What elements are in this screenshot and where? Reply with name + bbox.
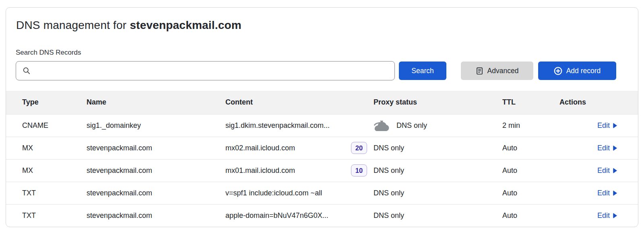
record-name: stevenpackmail.com <box>87 211 152 219</box>
record-ttl-cell: 2 min <box>502 114 559 137</box>
record-content: v=spf1 include:icloud.com ~all <box>225 189 322 197</box>
edit-link[interactable]: Edit <box>597 166 617 175</box>
record-content: sig1.dkim.stevenpackmail.com... <box>225 121 330 130</box>
record-content-cell: apple-domain=bNuV47n6G0X... <box>225 204 374 227</box>
page-title-prefix: DNS management for <box>16 19 130 31</box>
record-ttl-cell: Auto <box>502 137 559 159</box>
right-triangle-icon <box>613 191 617 196</box>
zone-domain-name: stevenpackmail.com <box>130 19 242 31</box>
edit-link-label: Edit <box>597 144 610 152</box>
search-button-label: Search <box>411 67 433 75</box>
search-icon <box>23 67 31 75</box>
column-header-actions: Actions <box>559 91 638 114</box>
edit-link[interactable]: Edit <box>597 211 617 220</box>
record-type-cell: MX <box>6 159 87 182</box>
record-content: apple-domain=bNuV47n6G0X... <box>225 211 328 220</box>
edit-link-label: Edit <box>597 166 610 175</box>
proxy-status-text: DNS only <box>374 211 404 220</box>
priority-badge: 20 <box>351 142 367 154</box>
search-button[interactable]: Search <box>399 62 446 80</box>
record-name-cell: stevenpackmail.com <box>87 137 225 159</box>
proxy-status-text: DNS only <box>396 121 427 130</box>
record-name: stevenpackmail.com <box>87 144 152 152</box>
record-type-cell: TXT <box>6 182 87 204</box>
edit-link[interactable]: Edit <box>597 189 617 197</box>
add-record-button-label: Add record <box>566 67 601 75</box>
edit-link-label: Edit <box>597 211 610 220</box>
record-type: CNAME <box>22 121 48 129</box>
record-actions-cell: Edit <box>559 114 638 137</box>
record-proxy-cell: DNS only <box>374 137 502 159</box>
record-proxy-cell: DNS only <box>374 114 502 137</box>
record-name: sig1._domainkey <box>87 121 141 129</box>
record-type-cell: TXT <box>6 204 87 227</box>
record-name: stevenpackmail.com <box>87 189 152 197</box>
edit-link[interactable]: Edit <box>597 144 617 152</box>
record-type: MX <box>22 144 33 152</box>
proxy-status-text: DNS only <box>374 166 404 175</box>
table-row: MX stevenpackmail.com mx01.mail.icloud.c… <box>6 159 638 182</box>
record-actions-cell: Edit <box>559 182 638 204</box>
record-name-cell: stevenpackmail.com <box>87 204 225 227</box>
record-ttl: Auto <box>502 211 517 219</box>
record-name-cell: stevenpackmail.com <box>87 182 225 204</box>
edit-link[interactable]: Edit <box>597 121 617 130</box>
record-ttl: Auto <box>502 166 517 174</box>
card-header: DNS management for stevenpackmail.com Se… <box>6 8 638 80</box>
record-type: TXT <box>22 211 36 219</box>
record-content-cell: v=spf1 include:icloud.com ~all <box>225 182 374 204</box>
record-name-cell: sig1._domainkey <box>87 114 225 137</box>
search-toolbar: Search Advanced <box>16 61 616 80</box>
advanced-button[interactable]: Advanced <box>461 62 533 80</box>
column-header-type: Type <box>6 91 87 114</box>
dns-only-cloud-icon <box>374 120 390 131</box>
record-actions-cell: Edit <box>559 204 638 227</box>
advanced-button-label: Advanced <box>487 67 519 75</box>
page-title: DNS management for stevenpackmail.com <box>16 19 616 32</box>
table-row: TXT stevenpackmail.com apple-domain=bNuV… <box>6 204 638 227</box>
plus-circle-icon <box>554 67 562 75</box>
record-content: mx02.mail.icloud.com <box>225 144 295 152</box>
column-header-ttl: TTL <box>502 91 559 114</box>
document-list-icon <box>476 67 483 75</box>
record-name-cell: stevenpackmail.com <box>87 159 225 182</box>
table-row: MX stevenpackmail.com mx02.mail.icloud.c… <box>6 137 638 159</box>
record-actions-cell: Edit <box>559 137 638 159</box>
record-proxy-cell: DNS only <box>374 204 502 227</box>
record-name: stevenpackmail.com <box>87 166 152 174</box>
search-input[interactable] <box>35 66 389 76</box>
record-content-cell: sig1.dkim.stevenpackmail.com... <box>225 114 374 137</box>
column-header-name: Name <box>87 91 225 114</box>
table-row: TXT stevenpackmail.com v=spf1 include:ic… <box>6 182 638 204</box>
right-triangle-icon <box>613 213 617 218</box>
record-ttl-cell: Auto <box>502 182 559 204</box>
table-header-row: Type Name Content Proxy status TTL Actio… <box>6 91 638 114</box>
record-content: mx01.mail.icloud.com <box>225 166 295 175</box>
add-record-button[interactable]: Add record <box>538 62 616 80</box>
edit-link-label: Edit <box>597 189 610 197</box>
right-triangle-icon <box>613 123 617 128</box>
record-type-cell: CNAME <box>6 114 87 137</box>
dns-records-table: Type Name Content Proxy status TTL Actio… <box>6 91 638 227</box>
dns-management-card: DNS management for stevenpackmail.com Se… <box>6 7 638 227</box>
record-content-cell: mx02.mail.icloud.com 20 <box>225 137 374 159</box>
record-type: MX <box>22 166 33 174</box>
table-row: CNAME sig1._domainkey sig1.dkim.stevenpa… <box>6 114 638 137</box>
edit-link-label: Edit <box>597 121 610 130</box>
proxy-status-text: DNS only <box>374 144 404 152</box>
record-ttl: Auto <box>502 189 517 197</box>
record-ttl: 2 min <box>502 121 520 129</box>
record-ttl-cell: Auto <box>502 159 559 182</box>
right-triangle-icon <box>613 146 617 151</box>
record-type: TXT <box>22 189 36 197</box>
right-triangle-icon <box>613 168 617 173</box>
record-ttl-cell: Auto <box>502 204 559 227</box>
record-actions-cell: Edit <box>559 159 638 182</box>
record-ttl: Auto <box>502 144 517 152</box>
search-box[interactable] <box>16 61 395 80</box>
priority-badge: 10 <box>351 164 367 176</box>
record-content-cell: mx01.mail.icloud.com 10 <box>225 159 374 182</box>
record-type-cell: MX <box>6 137 87 159</box>
record-proxy-cell: DNS only <box>374 182 502 204</box>
proxy-status-text: DNS only <box>374 189 404 197</box>
